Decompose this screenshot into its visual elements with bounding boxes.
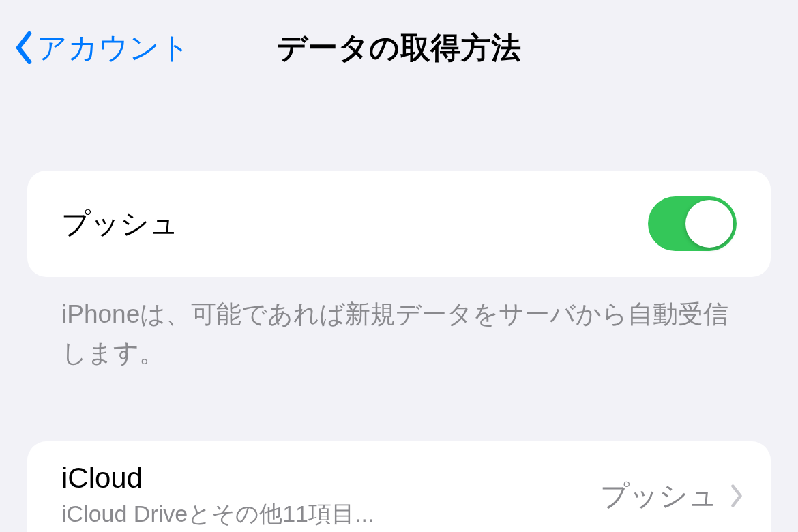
push-toggle[interactable] [648, 196, 737, 251]
push-group: プッシュ [27, 171, 771, 277]
back-button[interactable]: アカウント [14, 28, 190, 68]
push-footer: iPhoneは、可能であれば新規データをサーバから自動受信します。 [27, 277, 771, 373]
push-row: プッシュ [27, 171, 771, 277]
account-row-icloud[interactable]: iCloud iCloud Driveとその他11項目... プッシュ [27, 441, 771, 532]
account-right: プッシュ [600, 477, 743, 515]
account-title: iCloud [61, 462, 374, 494]
account-left: iCloud iCloud Driveとその他11項目... [61, 462, 374, 530]
account-value: プッシュ [600, 477, 718, 515]
account-subtitle: iCloud Driveとその他11項目... [61, 499, 374, 530]
back-button-label: アカウント [37, 28, 190, 68]
push-label: プッシュ [61, 205, 179, 243]
accounts-group: iCloud iCloud Driveとその他11項目... プッシュ [27, 441, 771, 532]
chevron-right-icon [730, 484, 743, 507]
navbar: アカウント データの取得方法 [0, 0, 798, 95]
toggle-knob [685, 200, 733, 248]
chevron-left-icon [14, 31, 34, 64]
content: プッシュ iPhoneは、可能であれば新規データをサーバから自動受信します。 i… [0, 171, 798, 532]
